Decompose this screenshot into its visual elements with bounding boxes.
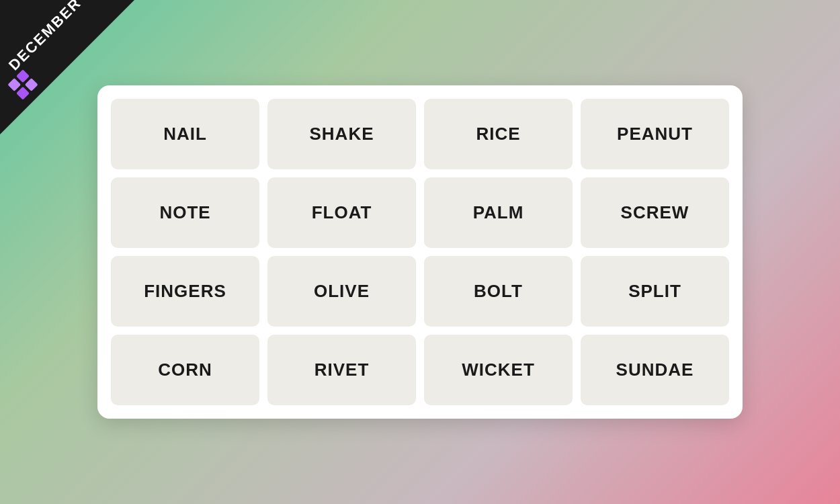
word-tile[interactable]: OLIVE (267, 256, 416, 327)
word-tile-label: SPLIT (628, 281, 681, 302)
word-tile[interactable]: BOLT (424, 256, 573, 327)
word-tile[interactable]: PEANUT (581, 99, 729, 169)
word-tile[interactable]: PALM (424, 177, 573, 248)
word-tile-label: SUNDAE (616, 360, 694, 380)
corner-banner: DECEMBER 9 (0, 0, 148, 148)
word-grid: NAILSHAKERICEPEANUTNOTEFLOATPALMSCREWFIN… (111, 99, 729, 405)
word-tile-label: OLIVE (314, 281, 370, 302)
word-tile-label: SCREW (621, 202, 689, 223)
game-board: NAILSHAKERICEPEANUTNOTEFLOATPALMSCREWFIN… (97, 85, 743, 419)
word-tile-label: RICE (476, 124, 520, 144)
word-tile[interactable]: RIVET (267, 335, 416, 405)
word-tile[interactable]: WICKET (424, 335, 573, 405)
word-tile[interactable]: SCREW (581, 177, 729, 248)
word-tile-label: CORN (158, 360, 212, 380)
word-tile[interactable]: NOTE (111, 177, 259, 248)
word-tile[interactable]: SUNDAE (581, 335, 729, 405)
word-tile-label: WICKET (462, 360, 535, 380)
word-tile-label: FLOAT (312, 202, 372, 223)
word-tile-label: FINGERS (144, 281, 226, 302)
word-tile-label: RIVET (314, 360, 370, 380)
word-tile[interactable]: RICE (424, 99, 573, 169)
word-tile[interactable]: FLOAT (267, 177, 416, 248)
word-tile-label: PEANUT (617, 124, 693, 144)
word-tile-label: NAIL (163, 124, 207, 144)
word-tile[interactable]: SPLIT (581, 256, 729, 327)
word-tile[interactable]: FINGERS (111, 256, 259, 327)
word-tile-label: SHAKE (309, 124, 374, 144)
word-tile[interactable]: SHAKE (267, 99, 416, 169)
word-tile-label: NOTE (159, 202, 210, 223)
word-tile-label: PALM (473, 202, 524, 223)
word-tile[interactable]: CORN (111, 335, 259, 405)
word-tile-label: BOLT (474, 281, 523, 302)
